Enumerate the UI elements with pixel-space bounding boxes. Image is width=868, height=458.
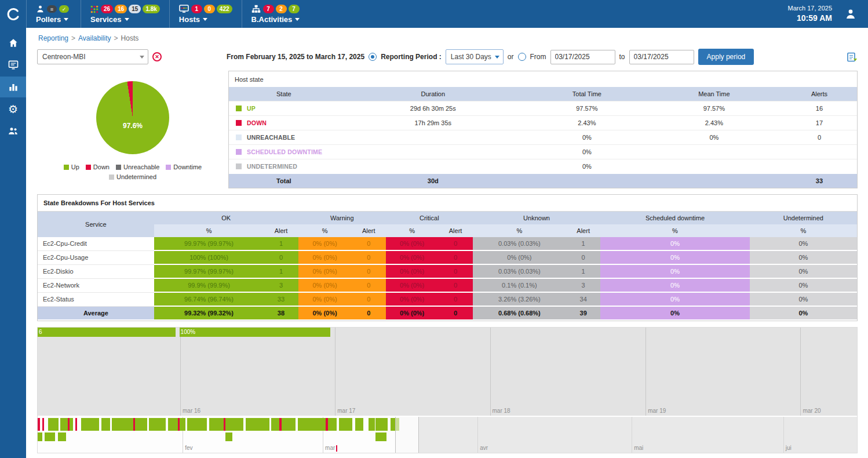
ok-alert-cell: 0 [264,250,298,264]
state-color-square [236,106,242,111]
sidebar-item-configuration[interactable]: ⚙ [0,99,26,119]
breadcrumb: Reporting>Availability>Hosts [37,28,858,48]
export-report-icon[interactable] [847,52,858,62]
service-name-cell: Ec2-Cpu-Usage [38,250,154,264]
to-label: to [619,53,625,61]
ok-alert-cell: 38 [264,306,298,320]
scheduled-downtime-pct-cell: 0% [600,306,749,320]
axis-tick-label: mar 18 [490,408,510,414]
breakdown-table: Service OK Warning Critical Unknown Sche… [38,212,857,321]
menu-bactivities-label: B.Activities [251,15,293,24]
warning-alert-cell: 0 [352,250,386,264]
apply-period-button[interactable]: Apply period [698,49,754,65]
chevron-down-icon [64,18,68,21]
status-counter-badge[interactable]: 7 [263,5,274,13]
legend-item: Down [86,163,110,170]
subcol-alert: Alert [566,224,600,237]
host-group-select[interactable]: Centreon-MBI [37,49,148,64]
col-header-duration: Duration [339,87,527,101]
state-cell: SCHEDULED DOWNTIME [229,145,339,159]
legend-item: Up [64,163,79,170]
period-select[interactable]: Last 30 Days [446,49,504,64]
status-counter-badge[interactable]: 0 [204,5,215,13]
axis-tick-label: mar 17 [335,408,355,414]
current-date: March 17, 2025 [788,4,832,13]
status-counter-badge[interactable]: 15 [129,5,141,13]
navigator-status-bar [246,418,269,431]
subcol-pct: % [298,224,352,237]
menu-hosts[interactable]: 10422 Hosts [169,0,242,28]
col-header-mean-time: Mean Time [647,87,782,101]
total-time-cell: 0% [527,145,647,159]
poller-db-icon: ≡ [47,5,57,13]
navigator-block [58,432,65,441]
sidebar-item-home[interactable] [0,32,26,53]
reporting-period-radio[interactable] [369,53,377,61]
clear-filter-icon[interactable]: ✕ [152,52,162,61]
status-counter-badge[interactable]: 7 [289,5,300,13]
menu-pollers-label: Pollers [36,15,61,24]
menu-pollers[interactable]: ≡ ✓ Pollers [26,0,81,28]
sidebar-item-reporting[interactable] [0,77,26,97]
sidebar-item-administration[interactable] [0,121,26,141]
sidebar-item-monitoring[interactable] [0,54,26,75]
hosts-badges: 10422 [191,5,232,13]
total-time-cell: 0% [527,130,647,145]
navigator-block [375,432,387,441]
breadcrumb-reporting[interactable]: Reporting [38,34,68,42]
status-counter-badge[interactable]: 422 [217,5,232,13]
host-state-row: UP29d 6h 30m 25s97.57%97.57%16 [229,101,857,116]
gridline [800,328,801,416]
status-counter-badge[interactable]: 1 [191,5,202,13]
axis-tick-label: avr [477,445,488,451]
breakdown-title: State Breakdowns For Host Services [38,195,857,212]
chevron-down-icon [495,56,499,59]
breadcrumb-availability[interactable]: Availability [78,34,111,42]
menu-hosts-label: Hosts [179,15,200,24]
chevron-down-icon [203,18,207,21]
critical-alert-cell: 0 [438,237,472,250]
legend-label: Undetermined [116,173,156,180]
navigator-selection-handle[interactable] [395,417,419,453]
hosts-monitor-icon [179,5,189,13]
gridline [335,328,335,416]
warning-alert-cell: 0 [352,237,386,250]
mean-time-cell: 97.57% [647,101,782,116]
timeline-navigator[interactable]: fevmaravrmaijui [38,416,857,453]
navigator-status-bar [375,418,388,431]
menu-services[interactable]: 2616151.8k Services [81,0,169,28]
from-date-input[interactable] [550,50,615,64]
navigator-status-bar [70,418,73,431]
poller-ok-icon: ✓ [59,5,69,13]
centreon-logo[interactable] [0,0,26,28]
axis-tick-label: jui [783,445,792,451]
host-state-table: State Duration Total Time Mean Time Aler… [229,87,857,188]
custom-range-radio[interactable] [518,53,526,61]
period-select-value: Last 30 Days [451,53,491,61]
unknown-alert-cell: 3 [566,278,600,292]
status-counter-badge[interactable]: 16 [115,5,127,13]
warning-pct-cell: 0% (0%) [298,250,352,264]
availability-bar-label: 100% [180,328,330,337]
navigator-status-bar [112,418,133,431]
reporting-period-label: Reporting Period : [381,53,442,61]
navigator-status-bar [355,418,363,431]
status-counter-badge[interactable]: 1.8k [143,5,159,13]
col-header-warning: Warning [298,212,386,224]
to-date-input[interactable] [629,50,694,64]
navigator-block [45,432,55,441]
menu-bactivities[interactable]: 727 B.Activities [242,0,309,28]
navigator-status-bar [135,418,147,431]
navigator-status-bar [187,418,207,431]
gear-icon: ⚙ [8,104,18,115]
undetermined-pct-cell: 0% [750,250,857,264]
subcol-pct: % [473,224,566,237]
status-counter-badge[interactable]: 26 [101,5,113,13]
topbar-menus: ≡ ✓ Pollers 2616151.8k Services 10422 Ho… [26,0,309,28]
user-icon[interactable] [844,7,858,21]
scheduled-downtime-pct-cell: 0% [600,278,749,292]
status-counter-badge[interactable]: 2 [276,5,287,13]
subcol-pct: % [154,224,264,237]
scheduled-downtime-pct-cell: 0% [600,264,749,278]
state-color-square [236,135,242,140]
